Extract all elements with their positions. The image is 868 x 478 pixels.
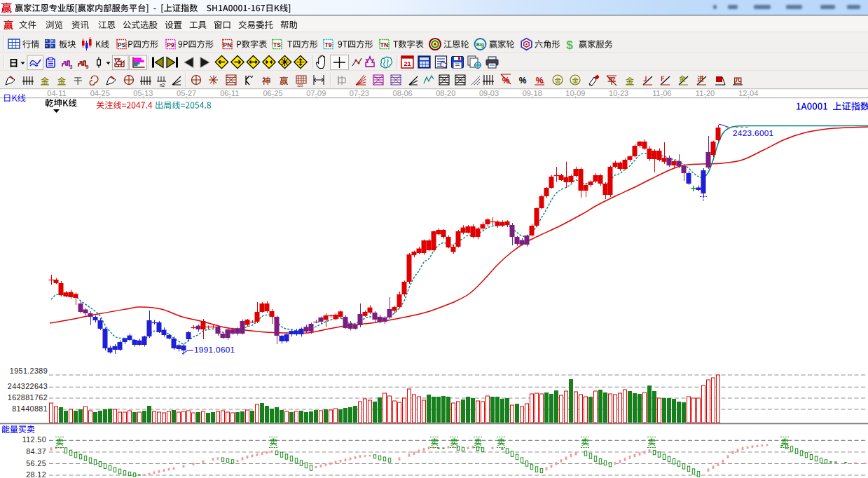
svg-text:TN: TN	[380, 41, 388, 48]
svg-text:10-09: 10-09	[565, 89, 585, 97]
svg-text:n2: n2	[160, 83, 165, 88]
svg-text:05-13: 05-13	[133, 89, 153, 97]
svg-text:%: %	[536, 76, 544, 86]
svg-text:112.50: 112.50	[22, 435, 46, 444]
svg-text:T9: T9	[325, 41, 332, 48]
svg-text:28.12: 28.12	[26, 470, 46, 478]
svg-text:TS: TS	[273, 41, 281, 48]
svg-text:%: %	[519, 76, 527, 86]
svg-text:9: 9	[86, 64, 89, 69]
svg-text:1991.0601: 1991.0601	[194, 345, 235, 355]
svg-text:07-09: 07-09	[306, 89, 326, 97]
svg-text:56.25: 56.25	[26, 459, 46, 467]
svg-text:$: $	[566, 39, 573, 52]
svg-text:84.37: 84.37	[26, 447, 46, 456]
svg-text:07-23: 07-23	[350, 89, 369, 97]
svg-text:09-18: 09-18	[523, 89, 542, 97]
svg-text:10-23: 10-23	[609, 89, 628, 97]
svg-text:Big: Big	[476, 42, 484, 48]
svg-text:21: 21	[404, 60, 411, 67]
svg-text:2423.6001: 2423.6001	[733, 128, 773, 138]
svg-text:09-03: 09-03	[479, 89, 499, 97]
svg-text:11-06: 11-06	[652, 89, 671, 97]
svg-text:05-27: 05-27	[177, 89, 196, 97]
svg-text:1951.2389: 1951.2389	[10, 367, 48, 375]
svg-text:PS: PS	[118, 41, 126, 48]
svg-text:244322643: 244322643	[8, 382, 48, 390]
svg-text:123: 123	[297, 83, 303, 88]
svg-text:162881762: 162881762	[8, 393, 48, 402]
svg-text:06-11: 06-11	[220, 89, 239, 97]
svg-text:%: %	[502, 76, 510, 86]
svg-text:3: 3	[70, 64, 73, 69]
svg-text:04-11: 04-11	[47, 89, 66, 97]
svg-text:06-25: 06-25	[263, 89, 282, 97]
svg-text:PN: PN	[223, 41, 232, 48]
svg-text:P9: P9	[167, 41, 174, 48]
svg-text:08-20: 08-20	[436, 89, 455, 97]
svg-text:04-25: 04-25	[90, 89, 110, 97]
svg-text:81440881: 81440881	[12, 404, 48, 413]
svg-text:11-20: 11-20	[696, 89, 715, 97]
svg-text:08-06: 08-06	[393, 89, 413, 97]
svg-text:12-04: 12-04	[738, 89, 758, 97]
